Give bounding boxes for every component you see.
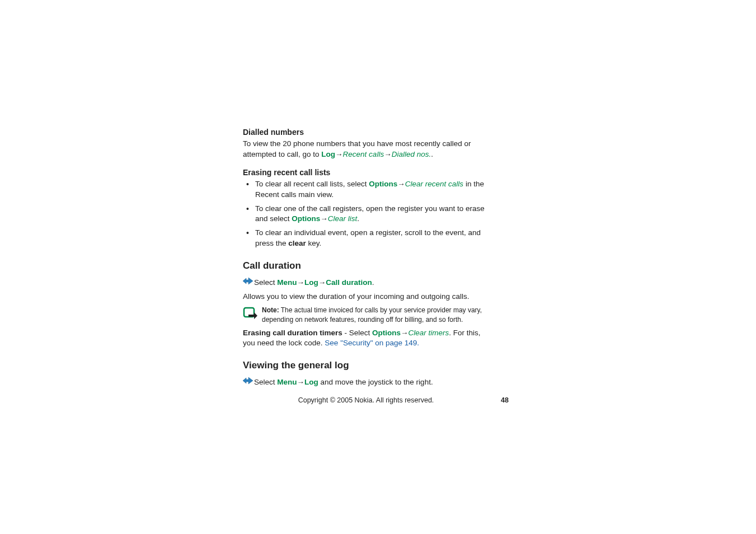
text: Select xyxy=(254,278,277,287)
text: . xyxy=(357,214,359,223)
arrow-icon: → xyxy=(297,378,305,386)
text: . xyxy=(431,150,433,158)
call-duration-nav: Select Menu→Log→Call duration. xyxy=(243,277,489,288)
erasing-timers-label: Erasing call duration timers xyxy=(243,329,342,337)
erasing-recent-section: Erasing recent call lists To clear all r… xyxy=(243,168,489,249)
log-label: Log xyxy=(304,378,318,386)
note-icon xyxy=(243,307,259,322)
options-label: Options xyxy=(372,329,401,337)
clear-list-label: Clear list xyxy=(328,214,358,223)
arrow-icon: → xyxy=(320,214,328,223)
dialled-numbers-heading: Dialled numbers xyxy=(243,128,489,137)
log-label: Log xyxy=(321,150,335,158)
menu-label: Menu xyxy=(277,378,297,386)
note-label: Note: xyxy=(262,306,279,314)
call-duration-desc: Allows you to view the duration of your … xyxy=(243,292,489,302)
erasing-heading: Erasing recent call lists xyxy=(243,168,489,177)
viewing-heading: Viewing the general log xyxy=(243,360,489,371)
dialled-numbers-body: To view the 20 phone numbers that you ha… xyxy=(243,139,489,160)
list-item: To clear one of the call registers, open… xyxy=(243,204,489,225)
call-duration-label: Call duration xyxy=(326,278,372,287)
erasing-list: To clear all recent call lists, select O… xyxy=(243,179,489,249)
call-duration-section: Call duration Select Menu→Log→Call durat… xyxy=(243,260,489,349)
text: To clear one of the call registers, open… xyxy=(255,204,485,223)
clear-timers-label: Clear timers xyxy=(408,329,449,337)
arrow-icon: → xyxy=(297,278,305,287)
list-item: To clear all recent call lists, select O… xyxy=(243,179,489,200)
menu-label: Menu xyxy=(277,278,297,287)
erasing-timers-text: Erasing call duration timers - Select Op… xyxy=(243,328,489,349)
security-link[interactable]: See "Security" on page 149. xyxy=(325,339,419,347)
clear-recent-calls-label: Clear recent calls xyxy=(405,180,463,188)
viewing-nav: Select Menu→Log and move the joystick to… xyxy=(243,377,489,388)
clear-key-label: clear xyxy=(288,239,306,247)
viewing-log-section: Viewing the general log Select Menu→Log … xyxy=(243,360,489,388)
dialled-nos-label: Dialled nos. xyxy=(392,150,431,158)
arrow-icon: → xyxy=(318,278,326,287)
text: Select xyxy=(254,378,277,386)
arrow-icon: → xyxy=(401,329,408,337)
dialled-numbers-section: Dialled numbers To view the 20 phone num… xyxy=(243,128,489,160)
text: . xyxy=(372,278,374,287)
options-label: Options xyxy=(369,180,397,188)
footer: Copyright © 2005 Nokia. All rights reser… xyxy=(243,396,489,404)
copyright-text: Copyright © 2005 Nokia. All rights reser… xyxy=(243,396,489,404)
page-number: 48 xyxy=(501,396,509,404)
go-to-icon xyxy=(243,277,253,288)
text: To clear all recent call lists, select xyxy=(255,180,369,188)
text: The actual time invoiced for calls by yo… xyxy=(262,306,482,324)
go-to-icon xyxy=(243,377,253,388)
text: and move the joystick to the right. xyxy=(318,378,433,386)
arrow-icon: → xyxy=(397,180,405,188)
recent-calls-label: Recent calls xyxy=(343,150,384,158)
text: - Select xyxy=(342,329,372,337)
list-item: To clear an individual event, open a reg… xyxy=(243,228,489,249)
arrow-icon: → xyxy=(335,150,343,158)
text: key. xyxy=(306,239,322,247)
arrow-icon: → xyxy=(384,150,392,158)
note-block: Note: The actual time invoiced for calls… xyxy=(243,306,489,325)
note-text: Note: The actual time invoiced for calls… xyxy=(262,306,489,325)
log-label: Log xyxy=(304,278,318,287)
options-label: Options xyxy=(292,214,320,223)
call-duration-heading: Call duration xyxy=(243,260,489,271)
